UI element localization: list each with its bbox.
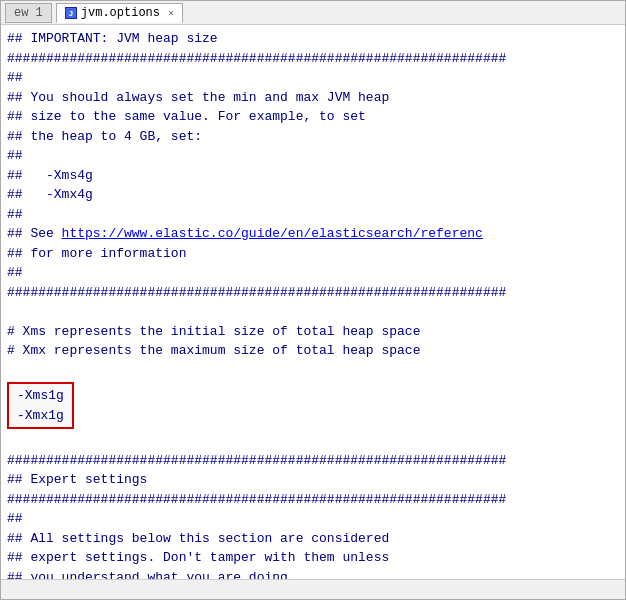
tab-new1[interactable]: ew 1 — [5, 3, 52, 23]
line-15: # Xms represents the initial size of tot… — [7, 322, 619, 342]
tab-jvmoptions[interactable]: J jvm.options ✕ — [56, 3, 183, 23]
line-8: ## -Xms4g — [7, 166, 619, 186]
line-13: ## — [7, 263, 619, 283]
java-icon: J — [65, 7, 77, 19]
line-2: ########################################… — [7, 49, 619, 69]
line-18: ## Expert settings — [7, 470, 619, 490]
line-12: ## for more information — [7, 244, 619, 264]
line-9: ## -Xmx4g — [7, 185, 619, 205]
line-19: ########################################… — [7, 490, 619, 510]
main-window: ew 1 J jvm.options ✕ ## IMPORTANT: JVM h… — [0, 0, 626, 600]
status-bar — [1, 579, 625, 599]
line-1: ## IMPORTANT: JVM heap size — [7, 29, 619, 49]
line-10: ## — [7, 205, 619, 225]
tab-jvmoptions-label: jvm.options — [81, 6, 160, 20]
url-link[interactable]: https://www.elastic.co/guide/en/elastics… — [62, 226, 483, 241]
line-22: ## expert settings. Don't tamper with th… — [7, 548, 619, 568]
line-6: ## the heap to 4 GB, set: — [7, 127, 619, 147]
line-blank-3 — [7, 431, 619, 451]
line-21: ## All settings below this section are c… — [7, 529, 619, 549]
title-bar: ew 1 J jvm.options ✕ — [1, 1, 625, 25]
line-11: ## See https://www.elastic.co/guide/en/e… — [7, 224, 619, 244]
line-20: ## — [7, 509, 619, 529]
line-16: # Xmx represents the maximum size of tot… — [7, 341, 619, 361]
line-4: ## You should always set the min and max… — [7, 88, 619, 108]
xmx-setting: -Xmx1g — [17, 406, 64, 426]
tab-new1-label: ew 1 — [14, 6, 43, 20]
highlighted-settings-box: -Xms1g -Xmx1g — [7, 382, 619, 429]
line-blank-2 — [7, 361, 619, 381]
line-blank-1 — [7, 302, 619, 322]
line-3: ## — [7, 68, 619, 88]
line-7: ## — [7, 146, 619, 166]
editor-content[interactable]: ## IMPORTANT: JVM heap size ############… — [1, 25, 625, 579]
xms-setting: -Xms1g — [17, 386, 64, 406]
line-14: ########################################… — [7, 283, 619, 303]
tab-close-icon[interactable]: ✕ — [168, 7, 174, 19]
line-17: ########################################… — [7, 451, 619, 471]
line-5: ## size to the same value. For example, … — [7, 107, 619, 127]
line-23: ## you understand what you are doing. — [7, 568, 619, 580]
